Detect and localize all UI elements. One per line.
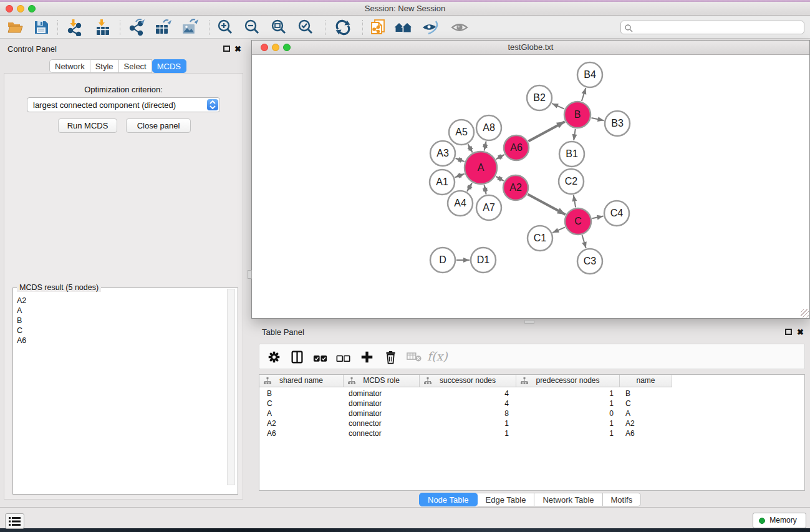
graph-node-label: C (574, 216, 582, 226)
zoom-traffic-light[interactable] (28, 5, 36, 12)
mcds-result-item[interactable]: A (17, 306, 26, 316)
table-panel-title: Table Panel (262, 327, 304, 337)
mcds-result-item[interactable]: A2 (17, 296, 26, 306)
column-header-name[interactable]: name (620, 375, 672, 387)
home-icon[interactable] (394, 19, 412, 36)
split-pane-handle[interactable] (524, 320, 534, 324)
zoom-in-icon[interactable] (216, 19, 234, 36)
zoom-selected-icon[interactable] (297, 19, 314, 36)
table-row[interactable]: Cdominator41C (259, 399, 672, 409)
network-graph-canvas[interactable]: B4B2BB3A8A5A6B1A3AA1C2A2A4A7C4CC1C3DD1 (252, 55, 809, 318)
mcds-result-scrollbar[interactable] (227, 289, 235, 485)
mcds-result-list: A2ABCA6 (17, 296, 26, 346)
edge-arrowhead (496, 177, 503, 181)
table-row[interactable]: Adominator80A (259, 409, 672, 418)
graph-node-label: A4 (454, 198, 466, 208)
desktop-edge-bottom (0, 528, 810, 532)
graph-node-label: C3 (584, 256, 597, 266)
table-panel-close-icon[interactable]: ✖ (797, 327, 804, 337)
delete-table-icon[interactable] (407, 352, 422, 364)
mcds-result-item[interactable]: A6 (17, 336, 26, 346)
hide-eye-icon[interactable] (422, 19, 439, 36)
node-table[interactable]: shared nameMCDS rolesuccessor nodesprede… (259, 374, 805, 491)
network-left-scrollbar-nub[interactable] (248, 270, 252, 279)
function-builder-icon[interactable]: f(x) (427, 349, 448, 363)
edge-arrowhead (556, 122, 565, 128)
column-header-predecessor-nodes[interactable]: predecessor nodes (516, 375, 620, 387)
delete-column-icon[interactable] (384, 351, 397, 367)
column-header-successor-nodes[interactable]: successor nodes (420, 375, 516, 387)
table-header: shared nameMCDS rolesuccessor nodesprede… (259, 375, 672, 387)
tab-network-table[interactable]: Network Table (534, 493, 602, 506)
search-input[interactable] (635, 22, 800, 33)
table-cell: 8 (420, 409, 516, 418)
tab-network[interactable]: Network (49, 59, 90, 73)
window-title: Session: New Session (0, 2, 810, 15)
network-resize-grip[interactable] (801, 309, 809, 317)
settings-gear-icon[interactable] (268, 351, 281, 366)
graph-node-label: C2 (565, 176, 578, 186)
mcds-result-box: MCDS result (5 nodes) A2ABCA6 (12, 288, 238, 495)
import-network-icon[interactable] (66, 19, 84, 36)
open-folder-icon[interactable] (6, 19, 24, 36)
table-cell: B (259, 389, 344, 399)
tab-node-table[interactable]: Node Table (419, 493, 478, 506)
columns-icon[interactable] (291, 351, 304, 366)
table-row[interactable]: A6connector11A6 (259, 428, 672, 438)
optimization-criterion-label: Optimization criterion: (0, 85, 247, 94)
memory-button[interactable]: Memory (753, 513, 806, 528)
search-field[interactable] (620, 21, 804, 34)
tab-mcds[interactable]: MCDS (152, 59, 186, 73)
show-eye-icon[interactable] (450, 19, 468, 36)
table-cell: 1 (516, 418, 620, 428)
network-file-icon[interactable] (369, 19, 387, 36)
control-panel-float-icon[interactable] (223, 46, 230, 52)
select-all-icon[interactable] (313, 353, 327, 364)
zoom-out-icon[interactable] (243, 19, 261, 36)
graph-node-label: D1 (477, 254, 490, 265)
close-traffic-light[interactable] (6, 5, 13, 12)
network-zoom-traffic-light[interactable] (283, 44, 291, 51)
import-table-icon[interactable] (94, 19, 112, 36)
export-network-icon[interactable] (128, 19, 145, 36)
tab-edge-table[interactable]: Edge Table (478, 493, 535, 506)
graph-node-label: B4 (584, 69, 596, 80)
mcds-result-item[interactable]: B (17, 316, 26, 326)
table-cell: 1 (420, 428, 516, 438)
network-close-traffic-light[interactable] (261, 44, 268, 51)
minimize-traffic-light[interactable] (17, 5, 24, 12)
optimization-criterion-dropdown[interactable]: largest connected component (directed) (27, 97, 220, 112)
close-panel-button[interactable]: Close panel (126, 118, 191, 133)
run-mcds-button[interactable]: Run MCDS (58, 118, 117, 133)
refresh-icon[interactable] (334, 19, 352, 36)
memory-label: Memory (769, 516, 796, 525)
tree-icon (348, 377, 355, 385)
table-cell: 1 (516, 389, 620, 399)
control-panel-close-icon[interactable]: ✖ (234, 44, 241, 54)
zoom-fit-icon[interactable] (270, 19, 287, 36)
export-table-icon[interactable] (154, 19, 171, 36)
column-header-MCDS-role[interactable]: MCDS role (344, 375, 420, 387)
tab-select[interactable]: Select (119, 59, 152, 73)
table-cell: dominator (344, 399, 420, 409)
column-header-shared-name[interactable]: shared name (259, 375, 344, 387)
export-image-icon[interactable] (181, 19, 198, 36)
tab-motifs[interactable]: Motifs (603, 493, 642, 506)
save-icon[interactable] (32, 19, 50, 36)
graph-node-label: C4 (610, 208, 624, 218)
edge-arrowhead (467, 146, 472, 153)
tab-style[interactable]: Style (90, 59, 119, 73)
add-column-icon[interactable] (360, 351, 374, 366)
edge-arrowhead (572, 134, 577, 140)
network-minimize-traffic-light[interactable] (272, 44, 279, 51)
table-panel-float-icon[interactable] (785, 329, 792, 335)
mcds-result-item[interactable]: C (17, 326, 26, 336)
status-bar: Memory (0, 507, 810, 528)
deselect-all-icon[interactable] (336, 353, 350, 364)
table-cell: 4 (420, 389, 516, 399)
task-list-button[interactable] (5, 513, 24, 529)
table-cell: C (259, 399, 344, 409)
graph-node-label: A6 (510, 142, 523, 153)
table-row[interactable]: A2connector11A2 (259, 418, 672, 428)
table-row[interactable]: Bdominator41B (259, 389, 672, 399)
